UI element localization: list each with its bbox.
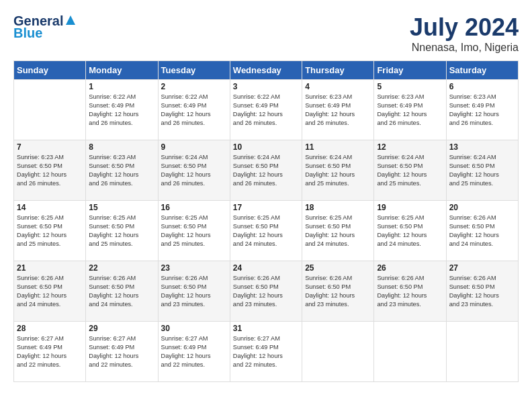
day-number: 10 xyxy=(233,142,299,152)
day-info: Sunrise: 6:27 AM Sunset: 6:49 PM Dayligh… xyxy=(17,334,83,369)
page-header: General Blue July 2024 Nnenasa, Imo, Nig… xyxy=(13,13,519,54)
calendar-cell: 31Sunrise: 6:27 AM Sunset: 6:49 PM Dayli… xyxy=(230,322,302,382)
day-number: 8 xyxy=(89,142,154,152)
day-number: 26 xyxy=(377,263,443,273)
header-thursday: Thursday xyxy=(302,61,374,80)
calendar-cell: 5Sunrise: 6:23 AM Sunset: 6:49 PM Daylig… xyxy=(374,80,446,140)
calendar-cell: 28Sunrise: 6:27 AM Sunset: 6:49 PM Dayli… xyxy=(14,322,86,382)
day-info: Sunrise: 6:25 AM Sunset: 6:50 PM Dayligh… xyxy=(305,214,371,248)
calendar-cell xyxy=(446,322,518,382)
day-number: 5 xyxy=(377,82,443,91)
header-wednesday: Wednesday xyxy=(230,61,302,80)
calendar-cell: 3Sunrise: 6:22 AM Sunset: 6:49 PM Daylig… xyxy=(230,80,302,140)
day-number: 29 xyxy=(89,324,154,333)
day-info: Sunrise: 6:26 AM Sunset: 6:50 PM Dayligh… xyxy=(233,274,299,309)
day-number: 31 xyxy=(233,324,299,333)
day-number: 15 xyxy=(89,203,154,212)
day-info: Sunrise: 6:25 AM Sunset: 6:50 PM Dayligh… xyxy=(17,214,83,248)
day-info: Sunrise: 6:22 AM Sunset: 6:49 PM Dayligh… xyxy=(161,93,227,128)
day-info: Sunrise: 6:26 AM Sunset: 6:50 PM Dayligh… xyxy=(161,274,227,309)
calendar-header-row: SundayMondayTuesdayWednesdayThursdayFrid… xyxy=(14,61,519,80)
calendar-table: SundayMondayTuesdayWednesdayThursdayFrid… xyxy=(13,60,519,382)
day-info: Sunrise: 6:24 AM Sunset: 6:50 PM Dayligh… xyxy=(161,153,227,188)
day-number: 7 xyxy=(17,142,83,152)
day-number: 16 xyxy=(161,203,227,212)
calendar-week-row: 28Sunrise: 6:27 AM Sunset: 6:49 PM Dayli… xyxy=(14,322,519,382)
calendar-week-row: 7Sunrise: 6:23 AM Sunset: 6:50 PM Daylig… xyxy=(14,140,519,201)
title-area: July 2024 Nnenasa, Imo, Nigeria xyxy=(410,13,519,54)
day-info: Sunrise: 6:25 AM Sunset: 6:50 PM Dayligh… xyxy=(377,214,443,248)
day-info: Sunrise: 6:26 AM Sunset: 6:50 PM Dayligh… xyxy=(89,274,154,309)
day-number: 23 xyxy=(161,263,227,273)
day-info: Sunrise: 6:27 AM Sunset: 6:49 PM Dayligh… xyxy=(161,334,227,369)
day-info: Sunrise: 6:23 AM Sunset: 6:49 PM Dayligh… xyxy=(305,93,371,128)
calendar-cell: 4Sunrise: 6:23 AM Sunset: 6:49 PM Daylig… xyxy=(302,80,374,140)
logo-triangle-icon xyxy=(64,14,77,26)
day-info: Sunrise: 6:25 AM Sunset: 6:50 PM Dayligh… xyxy=(89,214,154,248)
calendar-cell: 13Sunrise: 6:24 AM Sunset: 6:50 PM Dayli… xyxy=(446,140,518,201)
day-number: 2 xyxy=(161,82,227,91)
logo-blue: Blue xyxy=(13,26,77,40)
calendar-cell: 7Sunrise: 6:23 AM Sunset: 6:50 PM Daylig… xyxy=(14,140,86,201)
day-info: Sunrise: 6:22 AM Sunset: 6:49 PM Dayligh… xyxy=(233,93,299,128)
calendar-cell: 30Sunrise: 6:27 AM Sunset: 6:49 PM Dayli… xyxy=(158,322,230,382)
calendar-cell: 25Sunrise: 6:26 AM Sunset: 6:50 PM Dayli… xyxy=(302,261,374,322)
calendar-week-row: 21Sunrise: 6:26 AM Sunset: 6:50 PM Dayli… xyxy=(14,261,519,322)
day-info: Sunrise: 6:23 AM Sunset: 6:49 PM Dayligh… xyxy=(449,93,515,128)
calendar-cell xyxy=(14,80,86,140)
calendar-cell: 14Sunrise: 6:25 AM Sunset: 6:50 PM Dayli… xyxy=(14,201,86,261)
header-monday: Monday xyxy=(86,61,158,80)
day-info: Sunrise: 6:25 AM Sunset: 6:50 PM Dayligh… xyxy=(233,214,299,248)
day-number: 24 xyxy=(233,263,299,273)
calendar-cell: 24Sunrise: 6:26 AM Sunset: 6:50 PM Dayli… xyxy=(230,261,302,322)
calendar-cell xyxy=(302,322,374,382)
calendar-cell: 6Sunrise: 6:23 AM Sunset: 6:49 PM Daylig… xyxy=(446,80,518,140)
calendar-cell: 26Sunrise: 6:26 AM Sunset: 6:50 PM Dayli… xyxy=(374,261,446,322)
month-title: July 2024 xyxy=(410,13,519,42)
day-info: Sunrise: 6:25 AM Sunset: 6:50 PM Dayligh… xyxy=(161,214,227,248)
day-number: 14 xyxy=(17,203,83,212)
day-number: 12 xyxy=(377,142,443,152)
day-info: Sunrise: 6:26 AM Sunset: 6:50 PM Dayligh… xyxy=(17,274,83,309)
day-number: 27 xyxy=(449,263,515,273)
day-info: Sunrise: 6:24 AM Sunset: 6:50 PM Dayligh… xyxy=(305,153,371,188)
day-number: 4 xyxy=(305,82,371,91)
day-number: 17 xyxy=(233,203,299,212)
calendar-cell: 10Sunrise: 6:24 AM Sunset: 6:50 PM Dayli… xyxy=(230,140,302,201)
day-number: 6 xyxy=(449,82,515,91)
day-info: Sunrise: 6:27 AM Sunset: 6:49 PM Dayligh… xyxy=(89,334,154,369)
calendar-cell: 12Sunrise: 6:24 AM Sunset: 6:50 PM Dayli… xyxy=(374,140,446,201)
day-info: Sunrise: 6:26 AM Sunset: 6:50 PM Dayligh… xyxy=(449,274,515,309)
calendar-cell: 22Sunrise: 6:26 AM Sunset: 6:50 PM Dayli… xyxy=(86,261,158,322)
calendar-cell: 23Sunrise: 6:26 AM Sunset: 6:50 PM Dayli… xyxy=(158,261,230,322)
calendar-cell: 20Sunrise: 6:26 AM Sunset: 6:50 PM Dayli… xyxy=(446,201,518,261)
svg-marker-0 xyxy=(66,15,75,25)
day-number: 22 xyxy=(89,263,154,273)
calendar-cell: 21Sunrise: 6:26 AM Sunset: 6:50 PM Dayli… xyxy=(14,261,86,322)
calendar-cell: 18Sunrise: 6:25 AM Sunset: 6:50 PM Dayli… xyxy=(302,201,374,261)
day-info: Sunrise: 6:26 AM Sunset: 6:50 PM Dayligh… xyxy=(305,274,371,309)
day-number: 28 xyxy=(17,324,83,333)
location: Nnenasa, Imo, Nigeria xyxy=(410,42,519,54)
day-info: Sunrise: 6:24 AM Sunset: 6:50 PM Dayligh… xyxy=(449,153,515,188)
day-number: 30 xyxy=(161,324,227,333)
day-number: 1 xyxy=(89,82,154,91)
calendar-cell: 1Sunrise: 6:22 AM Sunset: 6:49 PM Daylig… xyxy=(86,80,158,140)
day-number: 19 xyxy=(377,203,443,212)
calendar-cell: 11Sunrise: 6:24 AM Sunset: 6:50 PM Dayli… xyxy=(302,140,374,201)
calendar-cell: 8Sunrise: 6:23 AM Sunset: 6:50 PM Daylig… xyxy=(86,140,158,201)
calendar-week-row: 14Sunrise: 6:25 AM Sunset: 6:50 PM Dayli… xyxy=(14,201,519,261)
day-number: 21 xyxy=(17,263,83,273)
day-number: 18 xyxy=(305,203,371,212)
header-saturday: Saturday xyxy=(446,61,518,80)
calendar-cell: 27Sunrise: 6:26 AM Sunset: 6:50 PM Dayli… xyxy=(446,261,518,322)
day-info: Sunrise: 6:23 AM Sunset: 6:50 PM Dayligh… xyxy=(17,153,83,188)
calendar-cell: 17Sunrise: 6:25 AM Sunset: 6:50 PM Dayli… xyxy=(230,201,302,261)
calendar-cell: 19Sunrise: 6:25 AM Sunset: 6:50 PM Dayli… xyxy=(374,201,446,261)
calendar-cell xyxy=(374,322,446,382)
calendar-week-row: 1Sunrise: 6:22 AM Sunset: 6:49 PM Daylig… xyxy=(14,80,519,140)
calendar-cell: 9Sunrise: 6:24 AM Sunset: 6:50 PM Daylig… xyxy=(158,140,230,201)
day-info: Sunrise: 6:26 AM Sunset: 6:50 PM Dayligh… xyxy=(377,274,443,309)
day-number: 9 xyxy=(161,142,227,152)
calendar-cell: 16Sunrise: 6:25 AM Sunset: 6:50 PM Dayli… xyxy=(158,201,230,261)
